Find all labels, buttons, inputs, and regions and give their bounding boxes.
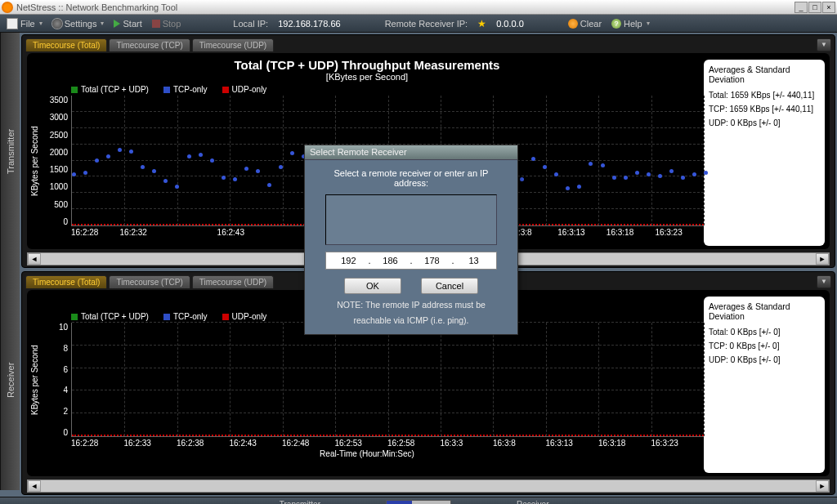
select-remote-receiver-dialog: Select Remote Receiver Select a remote r… xyxy=(304,145,518,335)
rx-stats-header: Averages & Standard Deviation xyxy=(709,301,820,321)
ip-octet-3[interactable] xyxy=(419,256,445,265)
star-icon: ★ xyxy=(477,18,486,29)
receiver-listbox[interactable] xyxy=(325,194,497,245)
legend-total-swatch xyxy=(71,87,78,93)
ok-button[interactable]: OK xyxy=(344,278,401,294)
tab-rx-timecourse-udp[interactable]: Timecourse (UDP) xyxy=(192,275,274,288)
tx-chart-subtitle: [KBytes per Second] xyxy=(30,72,704,82)
legend-tcp-swatch xyxy=(163,87,170,93)
tx-stats-total: Total: 1659 KBps [+/- 440,11] xyxy=(709,91,820,100)
dialog-prompt: Select a remote receiver or enter an IP … xyxy=(316,168,506,188)
ip-address-input[interactable]: . . . xyxy=(325,252,497,270)
cancel-button[interactable]: Cancel xyxy=(421,278,478,294)
rx-hscrollbar[interactable]: ◄ ► xyxy=(27,479,830,493)
settings-menu[interactable]: Settings xyxy=(52,19,105,29)
play-icon xyxy=(114,20,120,28)
rx-panel-menu-button[interactable]: ▼ xyxy=(817,275,831,288)
tab-timecourse-tcp[interactable]: Timecourse (TCP) xyxy=(109,38,190,51)
tx-stats-pane: Averages & Standard Deviation Total: 165… xyxy=(704,60,825,246)
tab-rx-timecourse-tcp[interactable]: Timecourse (TCP) xyxy=(109,275,190,288)
tx-stats-header: Averages & Standard Deviation xyxy=(709,65,820,84)
maximize-button[interactable]: □ xyxy=(808,2,821,13)
help-icon: ? xyxy=(611,19,621,29)
tab-rx-timecourse-total[interactable]: Timecourse (Total) xyxy=(25,275,107,288)
clear-button[interactable]: Clear xyxy=(568,19,602,29)
close-button[interactable]: × xyxy=(822,2,835,13)
legend-total-swatch xyxy=(71,314,78,320)
rx-xaxis-label: Real-Time (Hour:Min:Sec) xyxy=(30,448,704,458)
status-bar: Transmitter Receiver xyxy=(0,497,837,504)
file-menu[interactable]: File xyxy=(7,18,43,29)
clear-icon xyxy=(568,19,578,29)
scroll-right-button[interactable]: ► xyxy=(816,480,829,492)
window-titlebar: NetStress :: Network Benchmarking Tool _… xyxy=(0,0,837,15)
window-title: NetStress :: Network Benchmarking Tool xyxy=(16,2,794,12)
dialog-title: Select Remote Receiver xyxy=(305,145,517,160)
toolbar: File Settings Start Stop Local IP: 192.1… xyxy=(0,15,837,33)
local-ip-value[interactable]: 192.168.178.66 xyxy=(278,19,340,29)
legend-udp-swatch xyxy=(222,314,229,320)
scroll-right-button[interactable]: ► xyxy=(816,253,829,265)
gear-icon xyxy=(52,19,62,29)
rx-stats-total: Total: 0 KBps [+/- 0] xyxy=(709,328,820,337)
tx-yaxis-label: KBytes per Second xyxy=(30,96,42,226)
tx-stats-udp: UDP: 0 KBps [+/- 0] xyxy=(709,118,820,127)
tab-timecourse-udp[interactable]: Timecourse (UDP) xyxy=(192,38,274,51)
rx-plot xyxy=(71,323,704,437)
stop-button[interactable]: Stop xyxy=(152,19,181,29)
tx-yaxis: 3500300025002000150010005000 xyxy=(42,96,71,226)
dialog-note2: reachable via ICMP (i.e. ping). xyxy=(316,314,506,327)
minimize-button[interactable]: _ xyxy=(794,2,808,13)
scroll-left-button[interactable]: ◄ xyxy=(28,480,41,492)
local-ip-label: Local IP: xyxy=(233,19,268,29)
stop-icon xyxy=(152,20,160,28)
rx-yaxis-label: KBytes per Second xyxy=(30,323,42,437)
scroll-left-button[interactable]: ◄ xyxy=(28,253,41,265)
ip-octet-4[interactable] xyxy=(461,256,487,265)
legend-udp-swatch xyxy=(222,87,229,93)
tx-chart-title: Total (TCP + UDP) Throughput Measurement… xyxy=(30,58,704,72)
start-button[interactable]: Start xyxy=(114,19,141,29)
tab-timecourse-total[interactable]: Timecourse (Total) xyxy=(25,38,107,51)
tx-stats-tcp: TCP: 1659 KBps [+/- 440,11] xyxy=(709,105,820,114)
rx-yaxis: 1086420 xyxy=(42,323,71,437)
tx-legend: Total (TCP + UDP) TCP-only UDP-only xyxy=(30,82,704,96)
panel-menu-button[interactable]: ▼ xyxy=(817,38,831,51)
rx-stats-pane: Averages & Standard Deviation Total: 0 K… xyxy=(704,297,825,473)
remote-ip-label: Remote Receiver IP: xyxy=(385,19,468,29)
ip-octet-1[interactable] xyxy=(335,256,361,265)
file-icon xyxy=(7,18,18,29)
rx-stats-udp: UDP: 0 KBps [+/- 0] xyxy=(709,355,820,364)
ip-octet-2[interactable] xyxy=(377,256,403,265)
dialog-note1: NOTE: The remote IP address must be xyxy=(316,299,506,311)
legend-tcp-swatch xyxy=(163,314,170,320)
remote-ip-value[interactable]: 0.0.0.0 xyxy=(496,19,524,29)
rx-stats-tcp: TCP: 0 KBps [+/- 0] xyxy=(709,341,820,350)
receiver-label: Receiver xyxy=(0,270,20,490)
status-transmitter: Transmitter xyxy=(0,498,369,504)
transmitter-label: Transmitter xyxy=(0,33,20,270)
rx-xaxis: 16:2:2816:2:3316:2:3816:2:4316:2:4816:2:… xyxy=(30,437,704,448)
app-icon xyxy=(2,2,13,13)
status-progress xyxy=(369,500,468,505)
help-menu[interactable]: ?Help xyxy=(611,19,650,29)
status-receiver: Receiver xyxy=(468,498,837,504)
